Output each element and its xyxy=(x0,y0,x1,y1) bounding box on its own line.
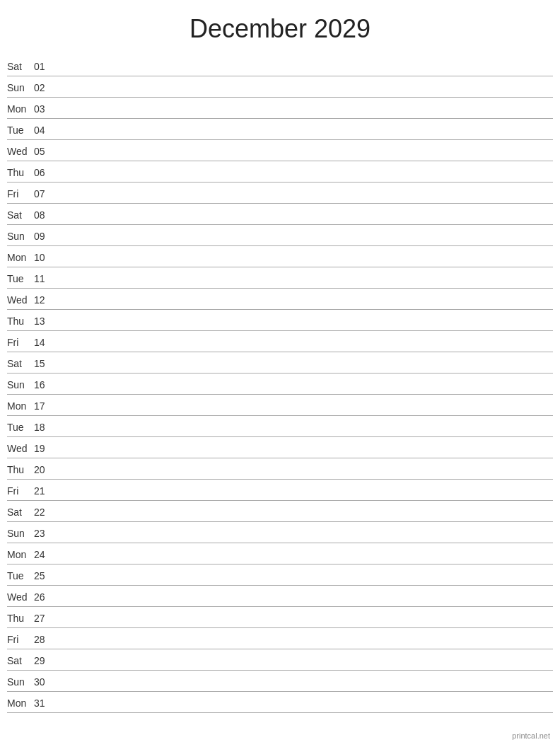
day-name: Mon xyxy=(7,103,34,115)
day-line xyxy=(55,236,553,236)
day-name: Wed xyxy=(7,146,34,157)
calendar-row: Thu06 xyxy=(7,161,553,183)
day-name: Thu xyxy=(7,315,34,327)
day-name: Sun xyxy=(7,231,34,242)
day-number: 03 xyxy=(34,103,55,115)
day-number: 14 xyxy=(34,337,55,348)
day-line xyxy=(55,469,553,470)
day-number: 30 xyxy=(34,676,55,688)
day-line xyxy=(55,257,553,257)
day-number: 08 xyxy=(34,209,55,221)
day-name: Wed xyxy=(7,294,34,306)
day-number: 11 xyxy=(34,273,55,284)
day-line xyxy=(55,405,553,406)
day-number: 10 xyxy=(34,252,55,263)
calendar-row: Sun09 xyxy=(7,225,553,246)
calendar-row: Tue04 xyxy=(7,119,553,140)
calendar-row: Sun16 xyxy=(7,374,553,395)
day-line xyxy=(55,129,553,130)
day-line xyxy=(55,363,553,364)
day-number: 21 xyxy=(34,485,55,497)
day-line xyxy=(55,193,553,194)
calendar-container: Sat01Sun02Mon03Tue04Wed05Thu06Fri07Sat08… xyxy=(0,55,560,713)
day-line xyxy=(55,702,553,703)
calendar-row: Fri28 xyxy=(7,628,553,649)
calendar-row: Fri14 xyxy=(7,331,553,352)
day-line xyxy=(55,108,553,109)
day-line xyxy=(55,554,553,555)
calendar-row: Mon31 xyxy=(7,692,553,713)
day-line xyxy=(55,299,553,300)
day-line xyxy=(55,533,553,533)
day-number: 01 xyxy=(34,61,55,72)
day-number: 23 xyxy=(34,528,55,539)
day-name: Tue xyxy=(7,570,34,581)
day-name: Sun xyxy=(7,82,34,93)
day-name: Fri xyxy=(7,634,34,645)
calendar-row: Tue11 xyxy=(7,267,553,289)
day-name: Wed xyxy=(7,443,34,454)
day-number: 18 xyxy=(34,422,55,433)
day-name: Sun xyxy=(7,528,34,539)
day-line xyxy=(55,342,553,342)
day-line xyxy=(55,596,553,597)
day-name: Mon xyxy=(7,252,34,263)
day-line xyxy=(55,681,553,682)
day-number: 19 xyxy=(34,443,55,454)
calendar-row: Wed26 xyxy=(7,586,553,607)
day-number: 15 xyxy=(34,358,55,369)
day-line xyxy=(55,639,553,639)
day-number: 05 xyxy=(34,146,55,157)
day-line xyxy=(55,427,553,427)
calendar-row: Sat22 xyxy=(7,501,553,522)
calendar-row: Mon24 xyxy=(7,543,553,564)
day-number: 13 xyxy=(34,315,55,327)
day-number: 22 xyxy=(34,506,55,518)
day-name: Mon xyxy=(7,697,34,709)
day-number: 06 xyxy=(34,167,55,178)
day-name: Thu xyxy=(7,464,34,475)
day-line xyxy=(55,172,553,173)
day-number: 28 xyxy=(34,634,55,645)
day-number: 07 xyxy=(34,188,55,199)
day-number: 09 xyxy=(34,231,55,242)
day-name: Fri xyxy=(7,188,34,199)
day-name: Fri xyxy=(7,337,34,348)
day-line xyxy=(55,320,553,321)
calendar-row: Sat01 xyxy=(7,55,553,76)
day-number: 20 xyxy=(34,464,55,475)
day-name: Sun xyxy=(7,676,34,688)
day-number: 02 xyxy=(34,82,55,93)
day-name: Sat xyxy=(7,655,34,666)
day-number: 26 xyxy=(34,591,55,603)
page-title: December 2029 xyxy=(0,0,560,55)
calendar-row: Wed19 xyxy=(7,437,553,458)
calendar-row: Tue18 xyxy=(7,416,553,437)
day-name: Tue xyxy=(7,273,34,284)
day-line xyxy=(55,448,553,448)
day-name: Sun xyxy=(7,379,34,390)
calendar-row: Tue25 xyxy=(7,564,553,586)
day-name: Sat xyxy=(7,61,34,72)
day-name: Tue xyxy=(7,124,34,136)
day-name: Sat xyxy=(7,209,34,221)
calendar-row: Sun30 xyxy=(7,671,553,692)
day-name: Sat xyxy=(7,506,34,518)
calendar-row: Fri21 xyxy=(7,480,553,501)
day-line xyxy=(55,278,553,279)
calendar-row: Sat29 xyxy=(7,649,553,671)
day-line xyxy=(55,384,553,385)
calendar-row: Wed12 xyxy=(7,289,553,310)
calendar-row: Sat08 xyxy=(7,204,553,225)
day-line xyxy=(55,490,553,491)
day-name: Thu xyxy=(7,613,34,624)
calendar-row: Sun02 xyxy=(7,76,553,98)
day-line xyxy=(55,151,553,151)
day-line xyxy=(55,511,553,512)
calendar-row: Fri07 xyxy=(7,183,553,204)
day-name: Thu xyxy=(7,167,34,178)
day-line xyxy=(55,66,553,66)
day-line xyxy=(55,87,553,88)
day-name: Fri xyxy=(7,485,34,497)
day-number: 04 xyxy=(34,124,55,136)
